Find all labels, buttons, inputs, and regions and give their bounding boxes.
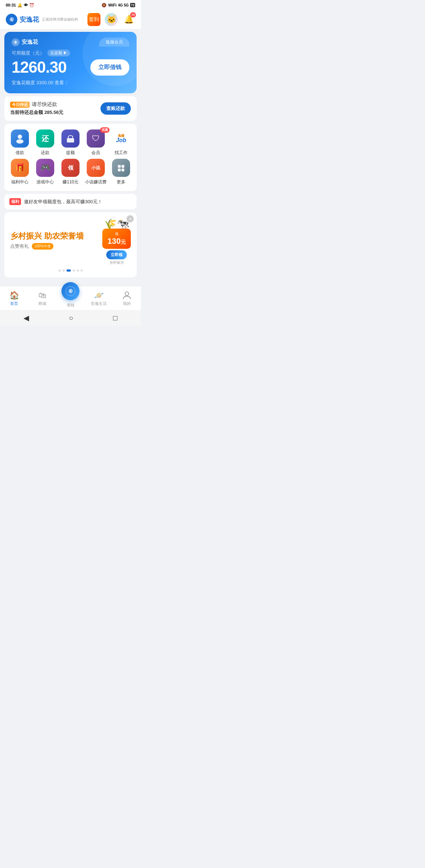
welfare-label: 福利中心 [11, 179, 29, 185]
repay-icon: 还 [36, 129, 54, 148]
bell-wrap: 🔔 70 [122, 13, 135, 26]
more-label: 更多 [117, 179, 125, 185]
icon-row-1: 借款 还 还款 提额 🛡 优惠 会员 [7, 129, 134, 156]
svg-rect-9 [118, 169, 121, 171]
svg-point-4 [18, 135, 22, 139]
promo-text: 邀好友申领额度包，最高可赚300元！ [24, 199, 102, 205]
status-bar: 00:31 🔔 👁 ⏰ 🔕 WiFi 4G 5G 72 [0, 0, 141, 10]
ad-claim-button[interactable]: 立即领 [106, 250, 127, 259]
status-signal-icon: 4G 5G [118, 3, 129, 7]
notification-button[interactable]: 🔔 70 [122, 13, 135, 26]
ad-chance-tag: 100%中奖 [32, 243, 53, 250]
earn-label: 赚110元 [63, 179, 78, 185]
sign-icon[interactable]: 签到 [87, 13, 100, 26]
notification-badge: 70 [130, 12, 136, 17]
ad-left: 乡村振兴 助农荣誉墙 点赞有礼 100%中奖 [10, 231, 84, 252]
nav-back-button[interactable]: ◀ [23, 314, 29, 322]
nav-save[interactable]: ⑥ 省钱 [60, 289, 81, 308]
svg-rect-10 [121, 169, 124, 171]
feature-borrow[interactable]: 借款 [8, 129, 31, 156]
svg-text:⑥: ⑥ [9, 17, 14, 22]
repay-button[interactable]: 查账还款 [100, 102, 131, 115]
card-middle: 1260.30 立即借钱 [12, 59, 129, 76]
dot-6[interactable] [81, 269, 83, 272]
borrow-icon [11, 129, 29, 148]
more-icon [112, 159, 130, 177]
job-icon: 逸骊 Job [112, 129, 130, 148]
borrow-button[interactable]: 立即借钱 [90, 59, 129, 76]
feature-repay[interactable]: 还 还款 [34, 129, 57, 156]
cat-icon: 🐱 [105, 13, 118, 26]
nav-home[interactable]: 🏠 首页 [3, 291, 25, 306]
feature-job[interactable]: 逸骊 Job 找工作 [110, 129, 133, 156]
status-wifi-icon: WiFi [108, 3, 116, 7]
feature-earn[interactable]: 领 赚110元 [59, 159, 82, 185]
dot-4[interactable] [73, 269, 75, 272]
feature-game[interactable]: 🎮 游戏中心 [34, 159, 57, 185]
card-sub-info[interactable]: 安逸花额度 3300.00 查看 〉 [12, 80, 129, 86]
carousel-dots [10, 269, 131, 272]
quota-button[interactable]: 去提额 ▶ [47, 50, 70, 56]
more-icon-svg [116, 163, 126, 173]
repay-icon-text: 还 [42, 134, 49, 144]
nav-mine[interactable]: 我的 [116, 291, 138, 306]
nav-mine-icon [122, 291, 132, 300]
nav-life-label: 安逸生活 [91, 301, 107, 306]
repay-label: 还款 [41, 150, 50, 156]
svg-text:⑥: ⑥ [14, 40, 17, 44]
status-battery: 72 [130, 3, 135, 7]
repay-card: 今日待还 请尽快还款 当前待还总金额 285.56元 查账还款 [4, 96, 137, 121]
repay-hint: 请尽快还款 [32, 101, 57, 108]
feature-novel[interactable]: 小说 小说赚话费 [84, 159, 107, 185]
dot-1[interactable] [59, 269, 61, 272]
svg-text:⑥: ⑥ [68, 288, 73, 294]
novel-icon-text: 小说 [91, 165, 100, 171]
feature-more[interactable]: 更多 [110, 159, 133, 185]
game-icon-emoji: 🎮 [40, 163, 50, 173]
nav-mine-label: 我的 [123, 301, 131, 306]
nav-shop[interactable]: 🛍 商城 [31, 291, 53, 306]
icon-row-2: 🎁 福利中心 🎮 游戏中心 领 赚110元 小说 小说赚话费 [7, 159, 134, 185]
nav-home-label: 首页 [10, 301, 18, 306]
credit-card: ⑥ 安逸花 逸骊会员 可用额度（元） 去提额 ▶ 1260.30 立即借钱 安逸… [4, 32, 137, 93]
cat-button[interactable]: 🐱 [105, 13, 118, 26]
feature-quota[interactable]: 提额 [59, 129, 82, 156]
home-bar: ◀ ○ □ [0, 310, 141, 326]
nav-life-icon: 🪐 [94, 291, 104, 300]
ad-banner: ✕ 乡村振兴 助农荣誉墙 点赞有礼 100%中奖 🌾🐄 领 130元 立即领 乡… [4, 212, 137, 277]
feature-grid: 借款 还 还款 提额 🛡 优惠 会员 [4, 124, 137, 191]
status-time: 00:31 [6, 3, 16, 7]
promo-banner[interactable]: 福利 邀好友申领额度包，最高可赚300元！ [4, 194, 137, 209]
job-text: Job [116, 137, 126, 143]
status-eye-icon: 👁 [24, 3, 28, 7]
nav-home-button[interactable]: ○ [69, 314, 73, 322]
repay-amount-row: 当前待还总金额 285.56元 [10, 109, 63, 116]
nav-shop-label: 商城 [38, 301, 46, 306]
ad-right: 🌾🐄 领 130元 立即领 乡村振兴 [102, 218, 131, 265]
earn-icon: 领 [61, 159, 80, 177]
ad-money-amount: 130元 [107, 237, 126, 246]
dot-2[interactable] [63, 269, 65, 272]
ad-label: 乡村振兴 [110, 260, 124, 265]
nav-life[interactable]: 🪐 安逸生活 [88, 291, 110, 306]
card-top: ⑥ 安逸花 逸骊会员 [12, 38, 129, 47]
dot-5[interactable] [77, 269, 79, 272]
ad-title: 乡村振兴 助农荣誉墙 [10, 231, 84, 242]
earn-icon-text: 领 [68, 165, 73, 171]
sign-button[interactable]: 签到 [87, 13, 100, 26]
member-label: 会员 [91, 150, 100, 156]
ad-money-box: 领 130元 [102, 229, 131, 249]
app-header: ⑥ 安逸花 正规持牌消费金融机构 签到 🐱 🔔 70 [0, 10, 141, 29]
card-logo-icon: ⑥ [12, 38, 20, 46]
repay-left: 今日待还 请尽快还款 当前待还总金额 285.56元 [10, 101, 63, 116]
card-name: 安逸花 [22, 39, 38, 46]
feature-welfare[interactable]: 🎁 福利中心 [8, 159, 31, 185]
feature-member[interactable]: 🛡 优惠 会员 [84, 129, 107, 156]
dot-3[interactable] [66, 269, 71, 272]
member-tab[interactable]: 逸骊会员 [99, 38, 129, 47]
nav-recent-button[interactable]: □ [113, 314, 117, 322]
novel-label: 小说赚话费 [85, 179, 107, 185]
quota-label-text: 可用额度（元） [12, 50, 44, 56]
novel-icon: 小说 [87, 159, 105, 177]
quota-icon-svg [66, 134, 75, 143]
